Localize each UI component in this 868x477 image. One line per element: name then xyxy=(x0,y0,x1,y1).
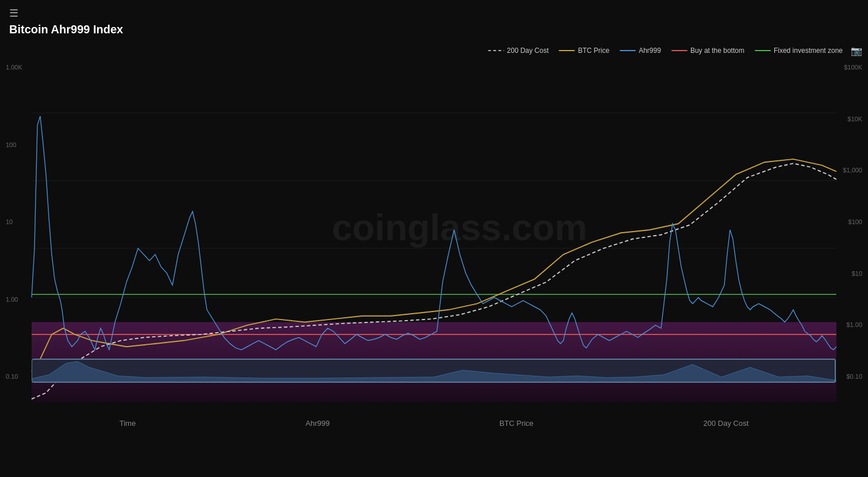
legend-line-buy-bottom xyxy=(671,50,688,51)
scrollbar-mini-chart-svg xyxy=(32,359,836,383)
footer-label-btc-price: BTC Price xyxy=(500,419,533,428)
footer-label-time: Time xyxy=(120,419,136,428)
legend-label-btc: BTC Price xyxy=(578,47,609,55)
legend-label-fixed-investment: Fixed investment zone xyxy=(774,47,843,55)
ahr999-line xyxy=(32,116,836,350)
footer-label-200-day: 200 Day Cost xyxy=(703,419,748,428)
legend-label-buy-bottom: Buy at the bottom xyxy=(690,47,744,55)
legend-btc-price: BTC Price xyxy=(559,47,609,55)
legend-line-200-day xyxy=(488,50,504,51)
menu-icon[interactable]: ☰ xyxy=(9,7,859,20)
page-header: ☰ Bitcoin Ahr999 Index xyxy=(0,0,868,39)
legend-line-fixed-investment xyxy=(755,50,771,51)
footer-labels: Time Ahr999 BTC Price 200 Day Cost xyxy=(0,414,868,432)
legend-line-ahr999 xyxy=(620,50,636,51)
scrollbar-track xyxy=(32,359,836,383)
page-title: Bitcoin Ahr999 Index xyxy=(9,23,859,36)
svg-rect-1 xyxy=(32,359,835,382)
footer-label-ahr999: Ahr999 xyxy=(306,419,330,428)
legend-ahr999: Ahr999 xyxy=(620,47,661,55)
legend-200-day-cost: 200 Day Cost xyxy=(488,47,549,55)
legend-label-200-day: 200 Day Cost xyxy=(507,47,549,55)
legend-buy-bottom: Buy at the bottom xyxy=(671,47,744,55)
camera-icon[interactable]: 📷 xyxy=(851,45,862,56)
chart-legend: 200 Day Cost BTC Price Ahr999 Buy at the… xyxy=(488,47,843,55)
chart-container: 200 Day Cost BTC Price Ahr999 Buy at the… xyxy=(0,41,868,414)
legend-fixed-investment: Fixed investment zone xyxy=(755,47,843,55)
legend-line-btc xyxy=(559,50,575,51)
legend-label-ahr999: Ahr999 xyxy=(639,47,661,55)
scrollbar-area[interactable] xyxy=(32,359,836,383)
